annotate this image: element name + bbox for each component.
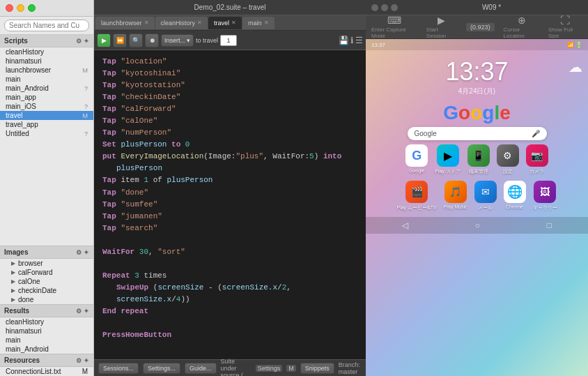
code-line: Tap "calForward" xyxy=(102,103,357,115)
tab-label: main xyxy=(248,20,262,27)
mgr-icon-img: 📱 xyxy=(467,144,490,167)
minimize-button[interactable] xyxy=(17,4,24,12)
google-logo: G o o g l e xyxy=(366,102,588,124)
device-title: W09 * xyxy=(401,3,582,11)
mic-icon[interactable]: 🎤 xyxy=(532,130,540,137)
playstore-label: Play ストア xyxy=(435,168,461,175)
cursor-label: Cursor Location xyxy=(504,27,540,39)
scripts-icons: ⚙ ✦ xyxy=(76,38,89,45)
resources-icons: ⚙ ✦ xyxy=(76,357,89,364)
script-name: cleanHistory xyxy=(6,48,44,56)
app-icon-google[interactable]: G Google xyxy=(405,144,428,175)
image-item-done[interactable]: done xyxy=(0,295,93,304)
script-item-main[interactable]: main xyxy=(0,75,93,84)
result-item-cleanhistory[interactable]: cleanHistory xyxy=(0,317,93,326)
nav-back-button[interactable]: ◁ xyxy=(402,220,408,230)
resource-item-connectionlist[interactable]: ConnectionList.txt M xyxy=(0,367,93,376)
tab-main[interactable]: main ✕ xyxy=(242,17,274,29)
result-item-main-android[interactable]: main_Android xyxy=(0,345,93,354)
tab-cleanhistory[interactable]: cleanHistory ✕ xyxy=(155,17,208,29)
maximize-button[interactable] xyxy=(28,4,36,12)
step-button[interactable]: ⏩ xyxy=(113,33,127,47)
result-item-hinamatsuri[interactable]: hinamatsuri xyxy=(0,326,93,336)
show-fullsize-button[interactable]: ⛶ Show Full Size xyxy=(548,15,582,39)
script-item-travel[interactable]: travel M xyxy=(0,111,93,120)
gallery-label: ギャラリー xyxy=(533,204,557,211)
close-button[interactable] xyxy=(6,4,13,12)
tab-close-icon[interactable]: ✕ xyxy=(144,20,149,26)
script-item-main-android[interactable]: main_Android ? xyxy=(0,84,93,93)
app-icon-music[interactable]: 🎵 Play Music xyxy=(444,181,467,211)
capture-icon: ⌨ xyxy=(387,15,401,26)
menu-icon[interactable]: ☰ xyxy=(355,36,363,45)
scripts-add-icon[interactable]: ✦ xyxy=(84,38,89,45)
run-count-input[interactable] xyxy=(220,35,237,46)
tab-travel[interactable]: travel ✕ xyxy=(208,17,242,29)
start-session-button[interactable]: ▶ Start Session xyxy=(426,15,457,39)
result-item-main[interactable]: main xyxy=(0,336,93,345)
android-home-screen[interactable]: 13:37 📶 🔋 13:37 4月24日(月) ☁ G o o g l e xyxy=(366,39,588,376)
resources-add-icon[interactable]: ✦ xyxy=(84,357,89,364)
cursor-location-button[interactable]: ⊕ Cursor Location xyxy=(504,15,540,39)
app-icon-chrome[interactable]: 🌐 Chrome xyxy=(504,181,526,211)
code-line: End repeat xyxy=(102,306,357,317)
image-item-calforward[interactable]: calForward xyxy=(0,268,93,277)
app-icon-settings[interactable]: ⚙ 設定 xyxy=(497,144,519,175)
insert-button[interactable]: Insert... ▾ xyxy=(161,34,194,47)
results-add-icon[interactable]: ✦ xyxy=(84,308,89,315)
app-icon-gallery[interactable]: 🖼 ギャラリー xyxy=(533,181,557,211)
app-icon-device-manager[interactable]: 📱 端末管理 xyxy=(467,144,490,175)
resources-gear-icon[interactable]: ⚙ xyxy=(76,357,82,364)
info-icon[interactable]: ℹ xyxy=(350,36,354,45)
image-item-calone[interactable]: calOne xyxy=(0,277,93,286)
code-editor[interactable]: Tap "location" Tap "kyotoshinai" Tap "ky… xyxy=(94,50,366,359)
resource-name: ConnectionList.txt xyxy=(6,368,61,375)
script-item-cleanHistory[interactable]: cleanHistory xyxy=(0,47,93,57)
record-button[interactable]: ⏺ xyxy=(145,33,159,47)
zoom-button[interactable]: 🔍 xyxy=(129,33,143,47)
resources-section-header: Resources ⚙ ✦ xyxy=(0,354,93,367)
tab-launchbrowser[interactable]: launchbrowser ✕ xyxy=(95,17,155,29)
results-section: Results ⚙ ✦ cleanHistory hinamatsuri mai… xyxy=(0,305,93,354)
nav-recents-button[interactable]: □ xyxy=(547,220,552,230)
script-item-main-ios[interactable]: main_iOS ? xyxy=(0,102,93,111)
fullsize-icon: ⛶ xyxy=(560,15,570,26)
google-search-bar[interactable]: Google 🎤 xyxy=(408,127,547,140)
insert-chevron-icon: ▾ xyxy=(187,37,190,44)
script-item-launchbrowser[interactable]: launchbrowser M xyxy=(0,66,93,75)
device-header: W09 * xyxy=(366,0,588,15)
script-item-main-app[interactable]: main_app xyxy=(0,93,93,102)
script-item-travel-app[interactable]: travel_app xyxy=(0,120,93,129)
nav-home-button[interactable]: ○ xyxy=(475,220,480,230)
image-item-browser[interactable]: browser xyxy=(0,259,93,268)
left-panel: Scripts ⚙ ✦ cleanHistory hinamatsuri lau… xyxy=(0,0,94,376)
app-icon-camera[interactable]: 📷 カメラ xyxy=(526,144,548,175)
results-section-header: Results ⚙ ✦ xyxy=(0,305,93,317)
images-add-icon[interactable]: ✦ xyxy=(84,249,89,256)
g-yellow: o xyxy=(470,102,482,124)
guide-button[interactable]: Guide... xyxy=(185,363,217,374)
app-icon-playstore[interactable]: ▶ Play ストア xyxy=(435,144,461,175)
code-line: Tap "sumfee" xyxy=(102,199,357,211)
script-item-untitled[interactable]: Untitled ? xyxy=(0,129,93,138)
settings-button[interactable]: Settings... xyxy=(143,363,180,374)
code-line: Tap "checkinDate" xyxy=(102,91,357,103)
tab-close-icon[interactable]: ✕ xyxy=(264,20,269,26)
image-item-checkindate[interactable]: checkinDate xyxy=(0,286,93,295)
images-section: Images ⚙ ✦ browser calForward calOne che… xyxy=(0,246,93,305)
settings-icon-img: ⚙ xyxy=(497,144,519,167)
results-gear-icon[interactable]: ⚙ xyxy=(76,308,82,315)
app-icon-movies[interactable]: 🎬 Play ムービー&TV xyxy=(396,181,436,211)
tab-close-icon[interactable]: ✕ xyxy=(197,20,202,26)
enter-capture-mode-button[interactable]: ⌨ Enter Capture Mode xyxy=(371,15,418,39)
images-gear-icon[interactable]: ⚙ xyxy=(76,249,82,256)
tab-close-icon[interactable]: ✕ xyxy=(231,20,236,26)
search-input[interactable] xyxy=(4,20,89,31)
sessions-button[interactable]: Sessions... xyxy=(98,363,139,374)
snippets-button[interactable]: Snippets xyxy=(300,363,334,374)
scripts-gear-icon[interactable]: ⚙ xyxy=(76,38,82,45)
save-icon[interactable]: 💾 xyxy=(339,36,349,45)
app-icon-mail[interactable]: ✉ メール xyxy=(474,181,497,211)
script-item-hinamatsuri[interactable]: hinamatsuri xyxy=(0,57,93,66)
run-button[interactable]: ▶ xyxy=(97,33,111,47)
